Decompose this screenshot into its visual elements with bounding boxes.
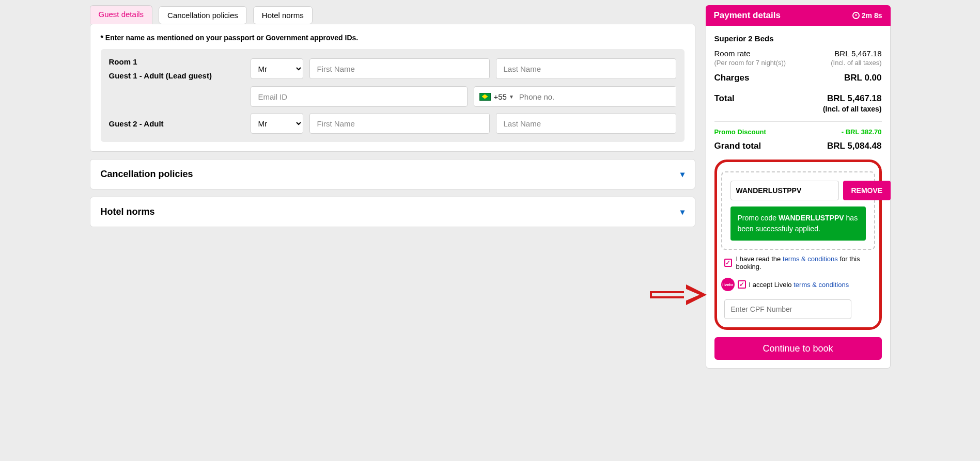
chevron-down-icon: ▾ <box>680 169 685 179</box>
promo-code-input[interactable] <box>730 181 839 200</box>
payment-header: Payment details 2m 8s <box>706 5 891 26</box>
incl-taxes-2: (Incl. of all taxes) <box>823 105 882 113</box>
arrow-annotation-icon <box>650 282 707 308</box>
total-value: BRL 5,467.18 <box>827 93 882 103</box>
passport-note: * Enter name as mentioned on your passpo… <box>101 34 685 42</box>
livelo-checkbox[interactable]: ✓ <box>738 280 746 289</box>
guest1-title-select[interactable]: Mr <box>251 58 303 79</box>
room-rate-sub: (Per room for 7 night(s)) <box>714 59 786 67</box>
charges-value: BRL 0.00 <box>844 73 881 83</box>
cpf-input[interactable] <box>724 299 851 319</box>
guest1-first-name[interactable] <box>309 58 490 79</box>
grand-total-label: Grand total <box>714 141 761 151</box>
guest-details-panel: * Enter name as mentioned on your passpo… <box>90 24 695 152</box>
accordion-hotel-norms[interactable]: Hotel norms ▾ <box>90 197 695 227</box>
room-1-label: Room 1 <box>109 57 244 66</box>
continue-button[interactable]: Continue to book <box>714 337 882 360</box>
guest1-phone[interactable] <box>514 87 676 106</box>
tab-cancellation[interactable]: Cancellation policies <box>159 6 247 24</box>
payment-timer: 2m 8s <box>852 11 882 20</box>
flag-brazil-icon[interactable] <box>479 93 491 101</box>
guest2-first-name[interactable] <box>309 113 490 134</box>
tab-guest-details[interactable]: Guest details <box>90 5 153 24</box>
room-rate-value: BRL 5,467.18 <box>834 49 881 58</box>
charges-label: Charges <box>714 73 750 83</box>
room-type: Superior 2 Beds <box>714 31 882 46</box>
highlight-box: REMOVE Promo code WANDERLUSTPPV has been… <box>714 160 882 330</box>
svg-rect-2 <box>652 293 684 296</box>
accordion-cancellation-label: Cancellation policies <box>101 169 193 180</box>
payment-title: Payment details <box>714 10 781 21</box>
terms-link[interactable]: terms & conditions <box>783 255 838 263</box>
promo-discount-value: - BRL 382.70 <box>842 128 882 136</box>
accordion-cancellation[interactable]: Cancellation policies ▾ <box>90 159 695 189</box>
remove-promo-button[interactable]: REMOVE <box>843 181 891 200</box>
caret-down-icon[interactable]: ▼ <box>509 94 514 100</box>
guest-block: Room 1 Guest 1 - Adult (Lead guest) Mr +… <box>101 49 685 142</box>
guest1-email[interactable] <box>251 86 468 107</box>
livelo-icon: livelo <box>721 278 735 291</box>
accordion-norms-label: Hotel norms <box>101 206 155 217</box>
guest-1-label: Guest 1 - Adult (Lead guest) <box>109 71 244 80</box>
clock-icon <box>852 12 860 19</box>
tab-hotel-norms[interactable]: Hotel norms <box>253 6 313 24</box>
terms-checkbox[interactable]: ✓ <box>724 259 732 267</box>
payment-body: Superior 2 Beds Room rate (Per room for … <box>706 26 891 369</box>
livelo-terms-link[interactable]: terms & conditions <box>794 281 849 289</box>
guest1-last-name[interactable] <box>496 58 676 79</box>
guest2-title-select[interactable]: Mr <box>251 113 303 134</box>
grand-total-value: BRL 5,084.48 <box>827 141 882 151</box>
guest1-phone-wrap: +55 ▼ <box>474 86 676 107</box>
guest-2-label: Guest 2 - Adult <box>109 119 244 128</box>
room-rate-label: Room rate <box>714 49 751 58</box>
guest2-last-name[interactable] <box>496 113 676 134</box>
chevron-down-icon: ▾ <box>680 207 685 217</box>
country-code[interactable]: +55 <box>494 92 507 101</box>
tabs: Guest details Cancellation policies Hote… <box>90 5 695 24</box>
promo-discount-label: Promo Discount <box>714 128 766 136</box>
total-label: Total <box>714 93 735 114</box>
promo-success-message: Promo code WANDERLUSTPPV has been succes… <box>730 206 866 241</box>
incl-taxes-1: (Incl. of all taxes) <box>831 59 881 67</box>
promo-box: REMOVE Promo code WANDERLUSTPPV has been… <box>721 171 875 250</box>
